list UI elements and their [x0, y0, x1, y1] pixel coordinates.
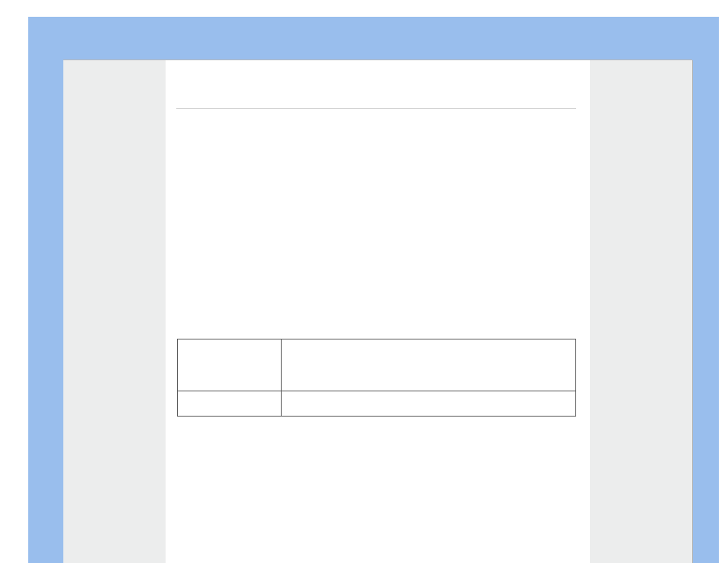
table-cell[interactable]: [178, 391, 282, 417]
document-canvas[interactable]: [63, 60, 692, 563]
horizontal-rule: [176, 108, 576, 109]
cell-text[interactable]: [178, 339, 281, 346]
content-table[interactable]: [177, 339, 576, 417]
document-page[interactable]: [166, 60, 590, 563]
table-cell[interactable]: [281, 339, 575, 391]
cell-text[interactable]: [282, 339, 575, 346]
cell-text[interactable]: [178, 391, 281, 397]
table-row[interactable]: [178, 391, 576, 417]
document-background: [28, 17, 719, 563]
cell-text[interactable]: [282, 391, 575, 397]
table-cell[interactable]: [281, 391, 575, 417]
table-cell[interactable]: [178, 339, 282, 391]
app-window: [0, 0, 728, 563]
table-row[interactable]: [178, 339, 576, 391]
